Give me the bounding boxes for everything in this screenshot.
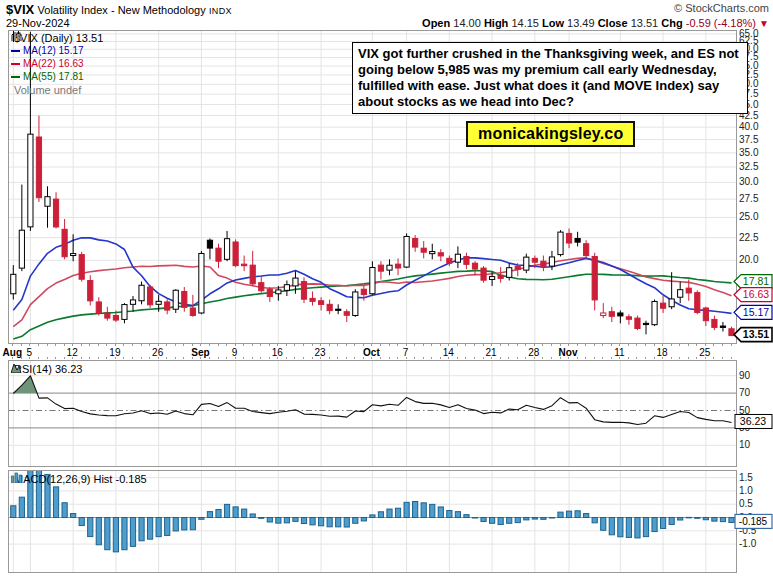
- chart-header: $VIX Volatility Index - New Methodology …: [6, 2, 769, 31]
- high-label: High: [484, 17, 508, 29]
- date-tick-label: 5: [27, 347, 33, 358]
- close-flag-label: 13.51: [743, 328, 769, 340]
- date-tick-label: Oct: [363, 347, 380, 358]
- ohlc-quote-row: Open 14.00 High 14.15 Low 13.49 Close 13…: [422, 17, 769, 29]
- series-legend-label: $VIX (Daily) 13.51: [14, 32, 103, 44]
- close-value: 13.51: [631, 17, 659, 29]
- date-tick-label: 26: [152, 347, 163, 358]
- low-label: Low: [542, 17, 564, 29]
- watermark-badge: monicakingsley.co: [466, 121, 635, 147]
- date-tick-label: 21: [486, 347, 497, 358]
- low-value: 13.49: [567, 17, 595, 29]
- rsi-legend-label: RSI(14) 36.23: [14, 363, 82, 375]
- ma55-swatch-icon: [11, 76, 20, 78]
- date-tick-label: Aug: [3, 347, 22, 358]
- close-label: Close: [598, 17, 628, 29]
- ma12-legend-label: MA(12) 15.17: [23, 45, 84, 56]
- chg-label: Chg: [661, 17, 682, 29]
- macd-legend: MACD(12,26,9) Hist -0.185: [11, 472, 147, 485]
- date-tick-label: 14: [443, 347, 454, 358]
- macd-panel: [8, 470, 737, 573]
- ma55-legend-label: MA(55) 17.81: [23, 71, 84, 82]
- chart-title: Volatility Index - New Methodology: [38, 4, 206, 16]
- main-legend: $VIX (Daily) 13.51 MA(12) 15.17 MA(22) 1…: [11, 31, 103, 96]
- date-tick-label: Nov: [559, 347, 578, 358]
- rsi-panel: [8, 360, 737, 467]
- date-tick-label: 9: [232, 347, 238, 358]
- macd-legend-label: MACD(12,26,9) Hist -0.185: [14, 473, 147, 485]
- volume-legend-label: Volume undef: [14, 84, 81, 96]
- date-tick-label: 11: [614, 347, 624, 358]
- date-tick-label: 18: [657, 347, 668, 358]
- date-tick-label: 28: [528, 347, 539, 358]
- svg-text:36.23: 36.23: [740, 415, 766, 427]
- rsi-chart: [9, 361, 736, 466]
- stockcharts-chart-page: $VIX Volatility Index - New Methodology …: [0, 0, 773, 580]
- high-value: 14.15: [511, 17, 539, 29]
- open-value: 14.00: [453, 17, 481, 29]
- ma22-swatch-icon: [11, 63, 20, 65]
- ma22-flag-label: 16.63: [743, 288, 769, 300]
- macd-chart: [9, 471, 736, 572]
- date-axis: Aug5121926Sep91623Oct7142128Nov111825: [8, 344, 737, 360]
- ma12-flag-label: 15.17: [743, 306, 769, 318]
- ma55-flag-label: 17.81: [743, 275, 769, 287]
- date-tick-label: 25: [699, 347, 710, 358]
- symbol-label: $VIX: [6, 2, 34, 17]
- annotation-box: VIX got further crushed in the Thanksgiv…: [352, 42, 748, 114]
- date-tick-label: 12: [67, 347, 78, 358]
- date-tick-label: 7: [403, 347, 409, 358]
- date-tick-label: 16: [272, 347, 283, 358]
- svg-text:-0.185: -0.185: [739, 516, 768, 527]
- open-label: Open: [422, 17, 450, 29]
- rsi-legend: RSI(14) 36.23: [11, 362, 82, 375]
- date-tick-label: 23: [315, 347, 326, 358]
- date-tick-label: 19: [109, 347, 120, 358]
- date-tick-label: Sep: [191, 347, 209, 358]
- exchange-label: INDX: [209, 6, 232, 16]
- last-value-flags: 17.8116.6315.1713.5136.23-0.185: [733, 0, 773, 580]
- chart-date: 29-Nov-2024: [6, 17, 70, 29]
- ma12-swatch-icon: [11, 50, 20, 52]
- ma22-legend-label: MA(22) 16.63: [23, 58, 84, 69]
